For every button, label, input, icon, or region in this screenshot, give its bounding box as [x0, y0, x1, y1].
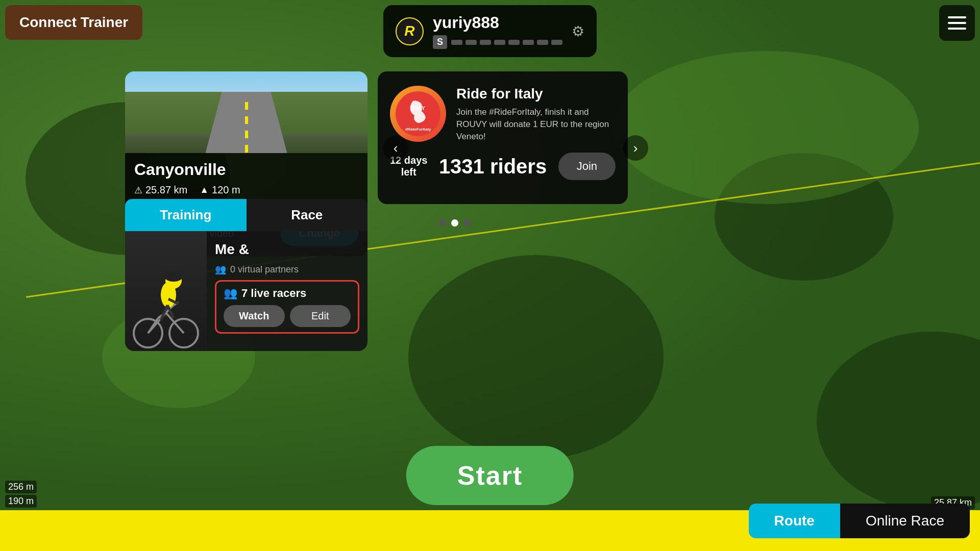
- menu-button[interactable]: [939, 5, 975, 41]
- start-button[interactable]: Start: [406, 446, 574, 505]
- route-card-image: [125, 71, 368, 153]
- join-event-button[interactable]: Join: [558, 153, 616, 180]
- elevation-icon: ▲: [200, 185, 209, 195]
- menu-line: [948, 28, 966, 30]
- menu-line: [948, 16, 966, 18]
- route-distance: ⚠ 25.87 km: [134, 184, 187, 196]
- edit-button[interactable]: Edit: [290, 305, 351, 327]
- virtual-partners-count: 0 virtual partners: [230, 264, 299, 275]
- live-racers-icon: 👥: [224, 287, 237, 300]
- live-racers-actions: Watch Edit: [224, 305, 351, 327]
- me-and-label: Me &: [215, 241, 359, 258]
- cyclist-image: [125, 231, 207, 351]
- elevation-labels: 256 m 190 m: [5, 481, 37, 509]
- rouvy-logo: R: [396, 17, 424, 45]
- tab-training[interactable]: Training: [125, 199, 247, 231]
- xp-dot: [508, 40, 520, 45]
- xp-dot: [551, 40, 562, 45]
- route-elevation: ▲ 120 m: [200, 184, 240, 196]
- event-card: ITALY #RideForItaly Ride for Italy Join …: [378, 71, 628, 204]
- distance-icon: ⚠: [134, 185, 142, 196]
- connect-trainer-button[interactable]: Connect Trainer: [5, 5, 142, 40]
- rank-badge: S: [433, 35, 447, 49]
- carousel-dot-3[interactable]: [463, 219, 471, 227]
- road-center-line: [245, 102, 248, 153]
- tab-race[interactable]: Race: [247, 199, 368, 231]
- user-info: yuriy888 S: [433, 13, 562, 49]
- route-tab-button[interactable]: Route: [749, 504, 840, 538]
- live-racers-label: 👥 7 live racers: [224, 287, 351, 300]
- elevation-190: 190 m: [5, 495, 37, 508]
- event-badge: ITALY #RideForItaly: [390, 86, 446, 142]
- training-section: Training Race: [125, 199, 368, 351]
- xp-dot: [523, 40, 534, 45]
- event-description: Join the #RideForItaly, finish it and RO…: [456, 106, 616, 142]
- settings-button[interactable]: ⚙: [572, 23, 584, 40]
- distance-value: 25.87 km: [145, 184, 187, 196]
- training-info: Me & 👥 0 virtual partners 👥 7 live racer…: [207, 231, 368, 351]
- italy-badge-svg: ITALY #RideForItaly: [395, 91, 441, 137]
- xp-dot: [494, 40, 505, 45]
- elevation-value: 120 m: [212, 184, 240, 196]
- virtual-partners: 👥 0 virtual partners: [215, 264, 359, 275]
- riders-count: 1331 riders: [439, 155, 547, 178]
- carousel-arrow-right[interactable]: ›: [623, 135, 648, 161]
- user-rank-bar: S: [433, 35, 562, 49]
- event-card-inner: ITALY #RideForItaly Ride for Italy Join …: [390, 86, 616, 142]
- xp-progress: [451, 40, 562, 45]
- training-card-inner: Me & 👥 0 virtual partners 👥 7 live racer…: [125, 231, 368, 351]
- xp-dot: [451, 40, 462, 45]
- route-stats: ⚠ 25.87 km ▲ 120 m: [134, 184, 358, 196]
- watch-button[interactable]: Watch: [224, 305, 285, 327]
- virtual-partners-icon: 👥: [215, 264, 226, 275]
- route-name: Canyonville: [134, 160, 358, 179]
- xp-dot: [465, 40, 477, 45]
- svg-point-10: [164, 271, 183, 282]
- live-racers-count: 7 live racers: [241, 287, 306, 300]
- username: yuriy888: [433, 13, 562, 32]
- event-title: Ride for Italy: [456, 86, 616, 102]
- xp-dot: [480, 40, 491, 45]
- carousel-dot-2[interactable]: [451, 219, 458, 227]
- rouvy-icon: R: [404, 23, 414, 39]
- activity-tabs: Training Race: [125, 199, 368, 231]
- online-race-tab-button[interactable]: Online Race: [840, 504, 970, 538]
- svg-text:#RideForItaly: #RideForItaly: [405, 127, 431, 132]
- carousel-arrow-left[interactable]: ‹: [383, 135, 408, 161]
- carousel-dot-1[interactable]: [439, 219, 446, 227]
- bottom-tabs: Route Online Race: [749, 504, 970, 538]
- event-info: Ride for Italy Join the #RideForItaly, f…: [456, 86, 616, 142]
- event-footer: 12 daysleft 1331 riders Join: [390, 153, 616, 180]
- xp-dot: [537, 40, 548, 45]
- elevation-256: 256 m: [5, 481, 37, 493]
- svg-line-3: [166, 313, 184, 333]
- menu-line: [948, 22, 966, 24]
- training-card: Me & 👥 0 virtual partners 👥 7 live racer…: [125, 231, 368, 351]
- live-racers-box: 👥 7 live racers Watch Edit: [215, 280, 359, 334]
- cyclist-illustration: [128, 239, 204, 351]
- user-profile-header: R yuriy888 S ⚙: [383, 5, 597, 57]
- carousel-dots: [439, 219, 471, 227]
